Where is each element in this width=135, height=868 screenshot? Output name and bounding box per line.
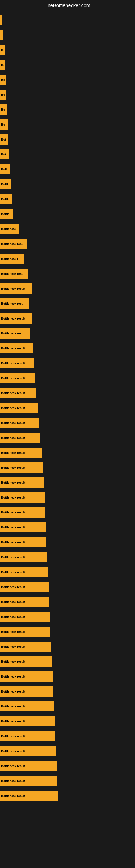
bar-row: Bottleneck result bbox=[0, 773, 135, 788]
bar-row: Bottleneck result bbox=[0, 475, 135, 490]
bar: Bottleneck result bbox=[0, 731, 55, 741]
bar: Bot bbox=[0, 134, 8, 145]
bar-row: Bottleneck result bbox=[0, 550, 135, 564]
bar-label: B bbox=[0, 48, 3, 52]
bar-row: Bottleneck result bbox=[0, 430, 135, 445]
bar: Bottle bbox=[0, 209, 13, 219]
bar-row: Bo bbox=[0, 57, 135, 72]
bar-row: Bottleneck bbox=[0, 221, 135, 236]
bar-label: Bottleneck result bbox=[0, 675, 25, 678]
bar: Bo bbox=[0, 119, 8, 130]
bar-label: Bottleneck result bbox=[0, 764, 25, 768]
bar-row: Bottleneck result bbox=[0, 728, 135, 744]
bar-label: Bottleneck resu bbox=[0, 302, 24, 305]
bar-row: Bottleneck resu bbox=[0, 296, 135, 311]
bar-row: Bottleneck result bbox=[0, 505, 135, 520]
bar-label: Bottleneck result bbox=[0, 749, 25, 753]
bar-row: Bottleneck resu bbox=[0, 236, 135, 251]
bar: Bottleneck res bbox=[0, 328, 30, 339]
bar bbox=[0, 30, 3, 40]
bar-label: Bot bbox=[0, 93, 5, 96]
bar-label: Bottleneck result bbox=[0, 585, 25, 589]
site-title: TheBottlenecker.com bbox=[0, 0, 135, 12]
bar-row: Bottleneck result bbox=[0, 699, 135, 714]
bar-row: Bottleneck result bbox=[0, 445, 135, 460]
bar: Bottleneck result bbox=[0, 746, 56, 756]
bar-row: Bottleneck result bbox=[0, 669, 135, 684]
bar-row bbox=[0, 12, 135, 27]
bar-row: Bottleneck res bbox=[0, 326, 135, 341]
bar-label: Bottleneck result bbox=[0, 720, 25, 723]
bar-row: Bo bbox=[0, 102, 135, 117]
bar-row: Bottleneck result bbox=[0, 311, 135, 326]
bar-label: Bottleneck resu bbox=[0, 272, 24, 275]
bar-row: Bottleneck result bbox=[0, 624, 135, 639]
bar-label: Bottleneck result bbox=[0, 421, 25, 425]
bar: B bbox=[0, 45, 5, 55]
bar-label: Bottleneck result bbox=[0, 794, 25, 798]
bar: Bottle bbox=[0, 194, 12, 204]
bar-row: Bottleneck result bbox=[0, 355, 135, 371]
bar: Bottleneck result bbox=[0, 507, 45, 518]
bar-label: Bottleneck result bbox=[0, 779, 25, 782]
bar-label: Bottle bbox=[0, 212, 9, 216]
bar: Bottleneck result bbox=[0, 403, 38, 413]
bar: Bottleneck result bbox=[0, 492, 45, 503]
bar-label: Bottleneck result bbox=[0, 690, 25, 693]
bar: Bottleneck result bbox=[0, 582, 49, 592]
bar-label: Bott bbox=[0, 167, 7, 171]
bar: Bottleneck result bbox=[0, 627, 50, 637]
bar-label: Bottleneck result bbox=[0, 496, 25, 499]
bar-label: Bottleneck result bbox=[0, 570, 25, 574]
bar: Bottleneck result bbox=[0, 447, 42, 458]
bar-row: Bottleneck result bbox=[0, 535, 135, 550]
bar-row: Bottleneck result bbox=[0, 594, 135, 609]
bar-label: Bo bbox=[0, 63, 4, 66]
bar-label: Bottleneck result bbox=[0, 466, 25, 469]
bar-row: Bottleneck resu bbox=[0, 266, 135, 281]
bar-label: Bo bbox=[0, 108, 5, 111]
bar-row: Bottleneck result bbox=[0, 684, 135, 699]
bar-row bbox=[0, 27, 135, 42]
bar: Bottleneck bbox=[0, 224, 19, 234]
bar-label: Bo bbox=[0, 123, 5, 126]
bar-row: Bot bbox=[0, 147, 135, 162]
bar-label: Bottleneck result bbox=[0, 705, 25, 708]
bar: Bottleneck result bbox=[0, 716, 54, 726]
bar: Bottl bbox=[0, 179, 11, 189]
bar-label: Bottleneck resu bbox=[0, 242, 24, 246]
bar: Bottleneck result bbox=[0, 567, 48, 577]
bar-label: Bottleneck r bbox=[0, 257, 18, 260]
bar: Bottleneck result bbox=[0, 612, 50, 622]
bar: Bott bbox=[0, 164, 10, 175]
bar: Bo bbox=[0, 74, 6, 85]
bar: Bottleneck result bbox=[0, 701, 54, 712]
bar-row: Bottleneck result bbox=[0, 341, 135, 355]
bar: Bottleneck result bbox=[0, 463, 43, 473]
bar: Bottleneck result bbox=[0, 522, 46, 532]
bar: Bottleneck result bbox=[0, 313, 32, 323]
bar-label: Bottleneck result bbox=[0, 287, 25, 290]
bar-row: Bottleneck result bbox=[0, 564, 135, 579]
bar-label: Bottleneck result bbox=[0, 645, 25, 648]
bar: Bottleneck result bbox=[0, 418, 39, 428]
bar-row: Bott bbox=[0, 162, 135, 177]
bar-label: Bottleneck result bbox=[0, 451, 25, 454]
bar-row: Bottl bbox=[0, 177, 135, 191]
bar-label: Bottleneck result bbox=[0, 406, 25, 410]
bar: Bottleneck resu bbox=[0, 239, 27, 249]
bar-label: Bottl bbox=[0, 183, 8, 186]
bar-label: Bottleneck result bbox=[0, 347, 25, 350]
bar: Bottleneck r bbox=[0, 254, 24, 264]
bar-label: Bottleneck result bbox=[0, 630, 25, 633]
bar-row: B bbox=[0, 42, 135, 57]
bar-label: Bottleneck result bbox=[0, 511, 25, 514]
bar-row: Bottleneck result bbox=[0, 400, 135, 415]
bar: Bottleneck result bbox=[0, 358, 34, 368]
bar-label: Bottleneck result bbox=[0, 660, 25, 663]
bar-row: Bottleneck result bbox=[0, 460, 135, 475]
bar-label: Bottleneck result bbox=[0, 436, 25, 439]
bar-label: Bo bbox=[0, 78, 5, 82]
bar: Bottleneck result bbox=[0, 537, 46, 547]
bar-row: Bottleneck r bbox=[0, 251, 135, 266]
